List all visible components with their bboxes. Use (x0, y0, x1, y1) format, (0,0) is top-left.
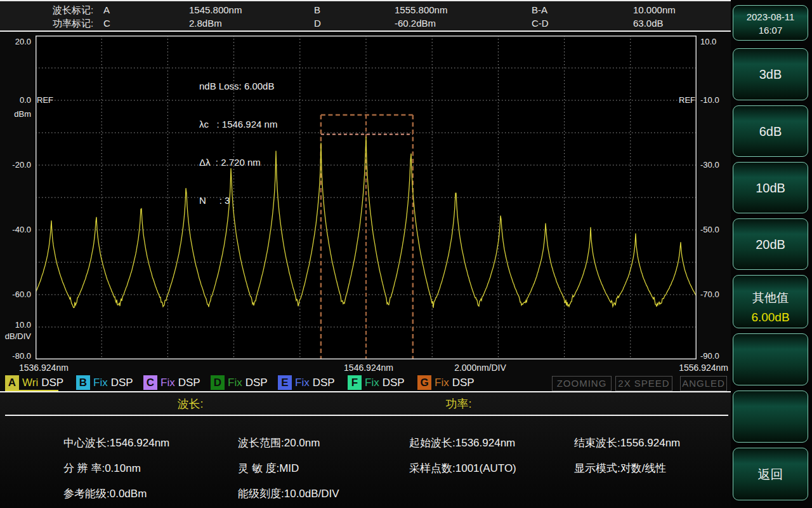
trace-c-dsp: DSP (178, 375, 200, 390)
y-tick-right: 10.0 (700, 36, 716, 48)
display-mode-param: 显示模式:对数/线性 (574, 461, 666, 476)
2x-speed-indicator: 2X SPEED (615, 376, 672, 391)
x-start-label: 1536.924nm (19, 363, 69, 373)
settings-panel: 波长: 功率: 中心波长:1546.924nm 波长范围:20.0nm 起始波长… (0, 392, 731, 508)
delta-lambda-line: Δλ : 2.720 nm (199, 156, 277, 169)
ref-marker-left: REF (37, 95, 53, 105)
y-tick-right: -50.0 (700, 224, 719, 236)
softkey-sidebar: 2023-08-11 16:07 3dB 6dB 10dB 20dB 其他值 6… (731, 0, 812, 508)
resolution-param: 分 辨 率:0.10nm (63, 461, 141, 476)
ndb-measurement-readout: ndB Loss: 6.00dB λc : 1546.924 nm Δλ : 2… (199, 55, 277, 232)
trace-g-mode: Fix (435, 375, 449, 390)
time-text: 16:07 (733, 23, 808, 37)
y-tick-left: -40.0 (12, 224, 31, 236)
trace-chip-f[interactable]: FFixDSP (348, 375, 405, 391)
stop-wavelength-param: 结束波长:1556.924nm (574, 436, 680, 450)
y-tick-right: -70.0 (700, 289, 719, 300)
trace-chip-a[interactable]: AWriDSP (5, 375, 63, 391)
trace-e-dsp: DSP (313, 375, 335, 390)
marker-d-value: -60.2dBm (395, 18, 436, 29)
date-text: 2023-08-11 (733, 10, 808, 23)
ref-marker-right: REF (679, 95, 695, 105)
wavelength-marker-label: 波长标记: (53, 4, 93, 17)
y-tick-right: -30.0 (700, 159, 719, 171)
ndb-loss-line: ndB Loss: 6.00dB (199, 80, 277, 93)
trace-chip-c[interactable]: CFixDSP (143, 375, 200, 391)
softkey-other-value[interactable]: 其他值 6.00dB (733, 275, 808, 328)
marker-b-value: 1555.800nm (395, 4, 447, 15)
y-scale-unit: dB/DIV (5, 331, 31, 342)
x-div-label: 2.000nm/DIV (454, 363, 506, 373)
trace-g-letter: G (417, 375, 431, 390)
marker-cd-key: C-D (532, 18, 549, 29)
trace-chip-d[interactable]: DFixDSP (211, 375, 268, 391)
trace-chip-g[interactable]: GFixDSP (417, 375, 475, 391)
spectrum-plot (36, 36, 697, 359)
trace-chip-b[interactable]: BFixDSP (76, 375, 133, 391)
osa-screen: 波长标记: A 1545.800nm B 1555.800nm B-A 10.0… (0, 0, 812, 508)
trace-f-mode: Fix (365, 375, 379, 390)
trace-c-mode: Fix (160, 375, 175, 390)
spectrum-chart: REF REF ndB Loss: 6.00dB λc : 1546.924 n… (36, 36, 697, 359)
power-marker-label: 功率标记: (53, 18, 93, 30)
softkey-blank-2[interactable] (733, 391, 808, 443)
y-tick-left: 0.0 (20, 95, 31, 106)
softkey-return[interactable]: 返回 (733, 448, 808, 500)
marker-cd-value: 63.0dB (633, 18, 664, 29)
sensitivity-param: 灵 敏 度:MID (238, 461, 299, 476)
trace-d-dsp: DSP (246, 375, 268, 390)
trace-f-dsp: DSP (383, 375, 405, 390)
y-tick-right: -10.0 (700, 95, 719, 106)
reference-level-param: 参考能级:0.0dBm (63, 486, 147, 501)
marker-d-key: D (314, 18, 321, 29)
trace-chip-e[interactable]: EFixDSP (278, 375, 335, 391)
trace-f-letter: F (348, 375, 362, 390)
marker-c-value: 2.8dBm (189, 18, 222, 29)
trace-a-letter: A (5, 375, 19, 390)
level-scale-param: 能级刻度:10.0dB/DIV (238, 486, 339, 501)
mode-count-line: N : 3 (199, 194, 277, 207)
trace-c-letter: C (143, 375, 157, 390)
y-axis-right: 10.0-10.0-30.0-50.0-70.0-90.0 (699, 36, 732, 359)
y-tick-left: -20.0 (12, 159, 31, 171)
marker-ba-key: B-A (532, 4, 547, 15)
wavelength-span-param: 波长范围:20.0nm (238, 436, 320, 450)
softkey-blank-1[interactable] (733, 333, 808, 385)
softkey-3db[interactable]: 3dB (733, 48, 808, 100)
marker-ba-value: 10.000nm (633, 4, 676, 15)
softkey-20db[interactable]: 20dB (733, 218, 808, 270)
softkey-10db[interactable]: 10dB (733, 162, 808, 213)
center-wavelength-param: 中心波长:1546.924nm (63, 436, 169, 450)
marker-info-bar: 波长标记: A 1545.800nm B 1555.800nm B-A 10.0… (0, 0, 731, 32)
trace-b-dsp: DSP (111, 375, 133, 390)
section-header-underline (5, 415, 728, 416)
power-section-header: 功率: (445, 396, 471, 411)
trace-d-mode: Fix (228, 375, 242, 390)
trace-legend-row: AWriDSP BFixDSP CFixDSP DFixDSP EFixDSP … (0, 375, 731, 391)
start-wavelength-param: 起始波长:1536.924nm (409, 436, 515, 450)
marker-b-key: B (314, 4, 320, 15)
trace-b-mode: Fix (93, 375, 108, 390)
other-value-label: 其他值 (733, 290, 808, 306)
zooming-indicator: ZOOMING (552, 376, 612, 391)
marker-c-key: C (103, 18, 110, 29)
y-tick-left: -80.0 (12, 351, 31, 362)
trace-e-mode: Fix (295, 375, 310, 390)
datetime-button[interactable]: 2023-08-11 16:07 (733, 5, 808, 41)
trace-d-letter: D (211, 375, 225, 390)
trace-a-mode: Wri (22, 375, 38, 390)
wavelength-section-header: 波长: (177, 396, 203, 411)
marker-a-key: A (103, 4, 110, 15)
center-wavelength-line: λc : 1546.924 nm (199, 118, 277, 131)
y-tick-left: 20.0 (15, 36, 31, 48)
trace-e-letter: E (278, 375, 292, 390)
sampling-points-param: 采样点数:1001(AUTO) (409, 461, 516, 476)
softkey-6db[interactable]: 6dB (733, 105, 808, 157)
y-tick-left: -60.0 (12, 289, 31, 300)
other-value-amount: 6.00dB (733, 311, 808, 324)
trace-b-letter: B (76, 375, 90, 390)
y-scale-value: 10.0 (15, 319, 31, 331)
trace-a-dsp: DSP (41, 375, 63, 390)
y-axis-left: dBm 10.0 dB/DIV 20.00.0-20.0-40.0-60.0-8… (0, 36, 33, 359)
x-center-label: 1546.924nm (344, 363, 393, 373)
